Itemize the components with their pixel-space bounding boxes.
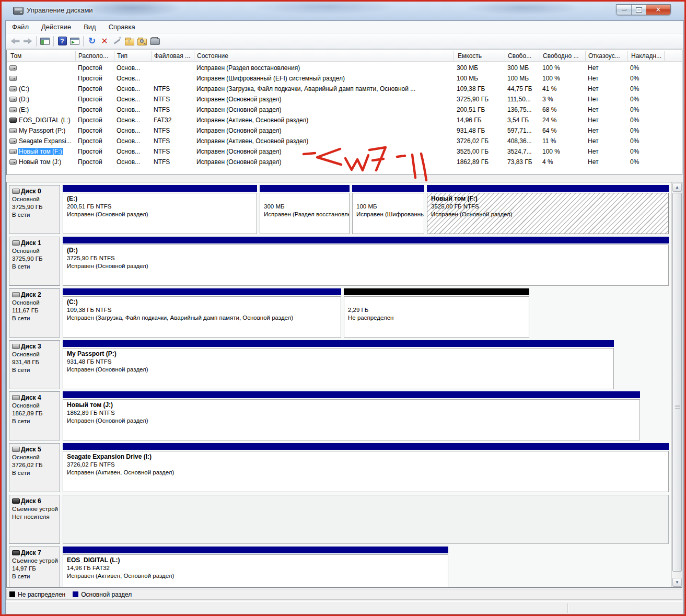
disk-label[interactable]: Диск 3Основной931,48 ГБВ сети [9, 340, 60, 389]
disk-row: Диск 1Основной3725,90 ГБВ сети(D:)3725,9… [7, 237, 682, 286]
column-header[interactable]: Тип [117, 52, 127, 60]
partition[interactable]: My Passport (P:)931,48 ГБ NTFSИсправен (… [63, 340, 614, 389]
disk-label[interactable]: Диск 2Основной111,67 ГБВ сети [9, 288, 60, 338]
partition[interactable]: Новый том (F:)3525,00 ГБ NTFSИсправен (О… [427, 185, 669, 234]
menu-file[interactable]: Файл [6, 21, 35, 32]
column-header[interactable]: Файловая ... [154, 52, 190, 60]
disk-label-line: Основной [12, 299, 58, 307]
partition[interactable]: 100 МБИсправен (Шифрованный (EFI) систем… [352, 185, 424, 234]
partition-size: 100 МБ [356, 203, 424, 211]
volume-cell: 200,51 ГБ [457, 106, 506, 113]
volume-name: Новый том (J:) [18, 158, 62, 166]
volume-row[interactable]: My Passport (P:)ПростойОснов...NTFSИспра… [7, 125, 682, 136]
disk-label-line: 3726,02 ГБ [12, 461, 58, 469]
column-separator[interactable] [454, 51, 454, 61]
partition-box: My Passport (P:)931,48 ГБ NTFSИсправен (… [63, 348, 614, 389]
volume-row[interactable]: Seagate Expansi...ПростойОснов...NTFSИсп… [7, 136, 682, 146]
minimize-button[interactable] [617, 5, 632, 15]
partition[interactable]: 300 МБИсправен (Раздел восстановления) [260, 185, 350, 234]
refresh-icon[interactable]: ↻ [86, 36, 98, 47]
disk-label-line: Основной [12, 351, 58, 358]
menu-view[interactable]: Вид [77, 21, 102, 32]
device-properties-icon[interactable] [148, 36, 161, 47]
column-header[interactable]: Состояние [197, 52, 228, 60]
disk-label[interactable]: Диск 1Основной3725,90 ГБВ сети [9, 237, 60, 286]
column-separator[interactable] [627, 51, 628, 61]
folder-search-icon[interactable] [136, 36, 148, 47]
wizard-icon[interactable] [111, 36, 123, 47]
volume-row[interactable]: ПростойОснов...Исправен (Раздел восстано… [7, 63, 682, 73]
title-bar[interactable]: Управление дисками ✕ [2, 2, 684, 20]
partition[interactable]: (D:)3725,90 ГБ NTFSИсправен (Основной ра… [63, 237, 669, 286]
partition-color-bar [344, 288, 529, 295]
column-header[interactable]: Емкость [458, 52, 482, 60]
column-separator[interactable] [114, 51, 114, 61]
disk-icon [12, 550, 20, 555]
statusbar-divider [567, 603, 568, 613]
delete-icon[interactable]: ✕ [98, 36, 111, 47]
maximize-button[interactable] [632, 5, 646, 15]
partition[interactable]: (C:)109,38 ГБ NTFSИсправен (Загрузка, Фа… [63, 288, 341, 338]
disk-icon [12, 292, 20, 297]
disk-label[interactable]: Диск 4Основной1862,89 ГБВ сети [9, 391, 60, 440]
column-header[interactable]: Располо... [78, 52, 108, 60]
partition[interactable]: Новый том (J:)1862,89 ГБ NTFSИсправен (О… [63, 391, 640, 440]
help-icon[interactable]: ? [56, 36, 68, 47]
scroll-down-icon[interactable]: ▼ [672, 578, 682, 587]
scroll-up-icon[interactable]: ▲ [672, 183, 682, 192]
scrollbar-thumb[interactable] [672, 193, 682, 572]
partition[interactable]: (E:)200,51 ГБ NTFSИсправен (Основной раз… [63, 185, 257, 234]
partition[interactable]: EOS_DIGITAL (L:)14,96 ГБ FAT32Исправен (… [63, 547, 448, 588]
column-separator[interactable] [75, 51, 76, 61]
disk-label[interactable]: Диск 5Основной3726,02 ГБВ сети [9, 443, 60, 492]
column-separator[interactable] [505, 51, 505, 61]
disk-name: Диск 0 [12, 188, 58, 195]
disk-label[interactable]: Диск 6Съемное устройствоНет носителя [9, 495, 60, 544]
partition-status: Исправен (Активен, Основной раздел) [67, 469, 668, 476]
disk-label[interactable]: Диск 7Съемное устройство14,97 ГБВ сети [9, 547, 60, 588]
menu-action[interactable]: Действие [35, 21, 77, 32]
column-header[interactable]: Свободно ... [543, 52, 579, 60]
column-separator[interactable] [151, 51, 152, 61]
close-button[interactable]: ✕ [646, 5, 670, 15]
disk-icon [12, 447, 20, 452]
partition[interactable] [63, 495, 669, 544]
column-separator[interactable] [540, 51, 540, 61]
volume-cell: NTFS [154, 85, 203, 92]
back-icon[interactable] [9, 36, 21, 47]
column-header[interactable]: Накладн... [631, 52, 661, 60]
volume-row[interactable]: ПростойОснов...Исправен (Шифрованный (EF… [7, 73, 682, 84]
disk-label[interactable]: Диск 0Основной3725,90 ГБВ сети [9, 185, 60, 234]
volume-cell: NTFS [154, 137, 203, 145]
volume-icon [9, 86, 17, 91]
disk-name: Диск 2 [12, 291, 58, 299]
folder-up-icon[interactable]: ↑ [123, 36, 136, 47]
volume-row[interactable]: (D:)ПростойОснов...NTFSИсправен (Основно… [7, 94, 682, 104]
console-tree-icon[interactable] [39, 36, 51, 47]
vertical-scrollbar[interactable]: ▲ ▼ [671, 182, 682, 587]
partition-box [63, 495, 669, 544]
column-separator[interactable] [664, 51, 665, 61]
column-separator[interactable] [585, 51, 586, 61]
volume-cell: 4 % [542, 158, 592, 166]
column-separator[interactable] [194, 51, 194, 61]
column-header[interactable]: Том [10, 52, 21, 60]
column-header[interactable]: Отказоус... [588, 52, 620, 60]
volume-row[interactable]: (C:)ПростойОснов...NTFSИсправен (Загрузк… [7, 84, 682, 94]
console-window-icon[interactable] [68, 36, 81, 47]
volume-row[interactable]: Новый том (J:)ПростойОснов...NTFSИсправе… [7, 157, 682, 167]
partition-name: (E:) [67, 195, 257, 203]
partition-status: Исправен (Основной раздел) [67, 366, 613, 374]
disk-name: Диск 5 [12, 446, 58, 454]
volume-row[interactable]: Новый том (F:)ПростойОснов...NTFSИсправе… [7, 146, 682, 157]
volume-cell: NTFS [154, 158, 203, 166]
volume-row[interactable]: (E:)ПростойОснов...NTFSИсправен (Основно… [7, 104, 682, 115]
volume-name: (E:) [18, 106, 30, 113]
partition[interactable]: 2,29 ГБНе распределен [344, 288, 529, 338]
forward-icon[interactable] [21, 36, 34, 47]
partition[interactable]: Seagate Expansion Drive (I:)3726,02 ГБ N… [63, 443, 669, 492]
volume-row[interactable]: EOS_DIGITAL (L:)ПростойОснов...FAT32Испр… [7, 115, 682, 125]
column-header[interactable]: Свобо... [508, 52, 531, 60]
menu-help[interactable]: Справка [102, 21, 142, 32]
volume-cell: Исправен (Шифрованный (EFI) системный ра… [196, 75, 452, 82]
